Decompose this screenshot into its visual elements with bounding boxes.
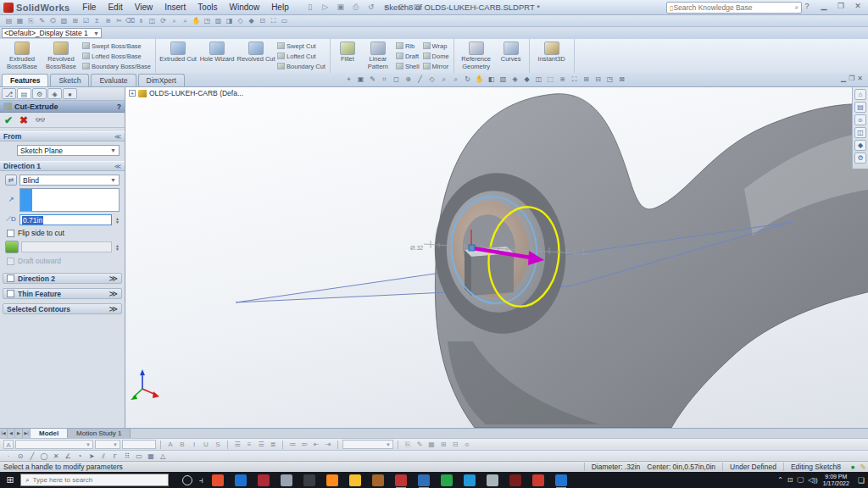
scale-field[interactable] bbox=[122, 440, 156, 449]
manager-tab[interactable]: ● bbox=[63, 88, 77, 99]
sketch-tool-icon[interactable]: ➤ bbox=[86, 452, 97, 461]
start-condition-dropdown[interactable]: Sketch Plane ▼ bbox=[17, 145, 120, 156]
bottom-tab[interactable]: Model bbox=[31, 429, 68, 438]
taskbar-search[interactable]: ⌕ bbox=[20, 474, 169, 486]
search-input[interactable] bbox=[673, 3, 794, 12]
revolved-cut-button[interactable]: Revolved Cut bbox=[236, 40, 275, 72]
align-button[interactable]: ☰ bbox=[256, 440, 266, 449]
sketch-tool-icon[interactable]: △ bbox=[158, 452, 168, 461]
headsup-icon[interactable]: ⊠ bbox=[616, 74, 627, 85]
help-button[interactable]: ? bbox=[800, 2, 814, 10]
direction-selection-box[interactable] bbox=[19, 188, 120, 212]
direction2-checkbox[interactable] bbox=[7, 274, 14, 282]
mirror-button[interactable]: Mirror bbox=[423, 63, 449, 70]
taskbar-app-icon[interactable] bbox=[258, 474, 270, 486]
fillet-button[interactable]: Fillet bbox=[333, 40, 362, 72]
toolbar-icon[interactable]: ⎘ bbox=[25, 16, 36, 26]
knowledge-base-search[interactable]: ▯ ⌕ bbox=[666, 2, 802, 14]
minimize-button[interactable]: ▁ bbox=[817, 2, 831, 10]
toolbar-icon[interactable]: ⌬ bbox=[47, 16, 58, 26]
depth-input[interactable]: 0.71in bbox=[19, 214, 112, 225]
tray-icon[interactable]: ⊡ bbox=[787, 476, 793, 485]
headsup-icon[interactable]: ✋ bbox=[474, 74, 485, 85]
tab-scroll-next[interactable]: ▶ bbox=[15, 429, 23, 438]
toolbar-icon[interactable]: Σ bbox=[92, 16, 103, 26]
headsup-icon[interactable]: ◻ bbox=[391, 74, 402, 85]
sketch-tool-icon[interactable]: ⊙ bbox=[15, 452, 25, 461]
style-button[interactable]: I bbox=[189, 440, 199, 449]
toolbar-icon[interactable]: ▧ bbox=[58, 16, 70, 26]
toolbar-icon[interactable]: ▥ bbox=[213, 16, 224, 26]
headsup-icon[interactable]: ↻ bbox=[462, 74, 473, 85]
end-condition-dropdown[interactable]: Blind ▼ bbox=[19, 175, 120, 186]
headsup-icon[interactable]: ≋ bbox=[557, 74, 568, 85]
dome-button[interactable]: Dome bbox=[423, 53, 449, 60]
headsup-icon[interactable]: ◫ bbox=[533, 74, 544, 85]
tray-icon[interactable]: ⌃ bbox=[777, 476, 783, 485]
task-view-icon[interactable]: ⫞ bbox=[199, 475, 203, 485]
headsup-icon[interactable]: ⊕ bbox=[403, 74, 414, 85]
manager-tab[interactable]: ⚙ bbox=[32, 88, 47, 99]
task-pane-icon[interactable]: ◫ bbox=[854, 127, 866, 138]
help-icon[interactable]: ? bbox=[117, 103, 121, 111]
expand-tree-icon[interactable]: + bbox=[129, 90, 136, 97]
toolbar-icon[interactable]: ▦ bbox=[14, 16, 25, 26]
lofted-cut-button[interactable]: Lofted Cut bbox=[277, 53, 326, 60]
toolbar-icon[interactable]: ⊡ bbox=[257, 16, 268, 26]
toolbar-icon[interactable]: ▤ bbox=[3, 16, 14, 26]
lofted-boss-button[interactable]: Lofted Boss/Base bbox=[82, 53, 151, 60]
toolbar-icon[interactable]: ≋ bbox=[103, 16, 114, 26]
misc-button[interactable]: ⊞ bbox=[438, 440, 448, 449]
curves-button[interactable]: Curves bbox=[496, 40, 526, 72]
toolbar-icon[interactable]: ◆ bbox=[246, 16, 257, 26]
direction2-section-header[interactable]: Direction 2 ≫ bbox=[3, 273, 122, 284]
toolbar-icon[interactable]: ⌕ bbox=[169, 16, 180, 26]
from-section-header[interactable]: From ≪ bbox=[0, 131, 125, 141]
reference-geometry-button[interactable]: Reference Geometry bbox=[457, 40, 496, 72]
linear-pattern-button[interactable]: Linear Pattern bbox=[362, 40, 394, 72]
boundary-boss-button[interactable]: Boundary Boss/Base bbox=[82, 63, 151, 70]
swept-boss-button[interactable]: Swept Boss/Base bbox=[82, 42, 151, 50]
headsup-icon[interactable]: ⌕ bbox=[450, 74, 461, 85]
list-button[interactable]: ⇤ bbox=[311, 440, 321, 449]
reverse-direction-button[interactable]: ⇄ bbox=[5, 175, 17, 186]
misc-button[interactable]: ⊟ bbox=[450, 440, 460, 449]
headsup-icon[interactable]: ╱ bbox=[415, 74, 426, 85]
start-button[interactable]: ⊞ bbox=[0, 474, 20, 485]
menu-item[interactable]: Insert bbox=[159, 1, 192, 14]
thin-feature-checkbox[interactable] bbox=[7, 290, 14, 297]
misc-button[interactable]: ⌯ bbox=[462, 440, 472, 449]
flip-side-row[interactable]: Flip side to cut bbox=[7, 229, 120, 237]
manager-tab[interactable]: ⎇ bbox=[2, 88, 16, 99]
cortana-icon[interactable] bbox=[182, 475, 192, 485]
align-button[interactable]: ≣ bbox=[268, 440, 278, 449]
toolbar-icon[interactable]: ⊞ bbox=[70, 16, 81, 26]
misc-button[interactable]: ▦ bbox=[426, 440, 437, 449]
toolbar-icon[interactable]: ⌕ bbox=[180, 16, 191, 26]
doc-window-button[interactable]: ✕ bbox=[857, 75, 863, 82]
task-pane-icon[interactable]: ◆ bbox=[854, 140, 866, 151]
headsup-icon[interactable]: ▣ bbox=[355, 74, 366, 85]
sketch-tool-icon[interactable]: ╱ bbox=[27, 452, 37, 461]
selected-contours-section-header[interactable]: Selected Contours ≫ bbox=[3, 303, 122, 314]
command-tab[interactable]: Evaluate bbox=[91, 74, 136, 86]
style-button[interactable]: U bbox=[201, 440, 211, 449]
align-button[interactable]: ☰ bbox=[232, 440, 242, 449]
sketch-tool-icon[interactable]: ✕ bbox=[51, 452, 61, 461]
command-tab[interactable]: Features bbox=[2, 74, 48, 86]
graphics-viewport[interactable]: Ø.32 + OLDS-LUKEH-CARB (Defa... ⌂▤⌯◫◆⚙ bbox=[125, 87, 868, 428]
feature-tree-root[interactable]: + OLDS-LUKEH-CARB (Defa... bbox=[129, 89, 243, 97]
taskbar-clock[interactable]: 9:09 PM 1/17/2022 bbox=[823, 474, 849, 487]
note-button[interactable]: A bbox=[3, 440, 14, 449]
toolbar-icon[interactable]: ⟳ bbox=[158, 16, 169, 26]
tab-scroll-first[interactable]: |◀ bbox=[0, 429, 8, 438]
task-pane-icon[interactable]: ⚙ bbox=[854, 152, 866, 164]
display-state-dropdown[interactable]: <Default>_Display State 1 ▼ bbox=[2, 28, 102, 38]
toolbar-icon[interactable]: ☑ bbox=[81, 16, 92, 26]
sketch-tool-icon[interactable]: ⫽ bbox=[98, 452, 108, 461]
font-size-dropdown[interactable]: ▼ bbox=[95, 440, 120, 449]
menu-item[interactable]: File bbox=[76, 1, 102, 14]
menu-item[interactable]: Tools bbox=[192, 1, 223, 14]
headsup-icon[interactable]: ◆ bbox=[521, 74, 532, 85]
headsup-icon[interactable]: ▧ bbox=[498, 74, 509, 85]
